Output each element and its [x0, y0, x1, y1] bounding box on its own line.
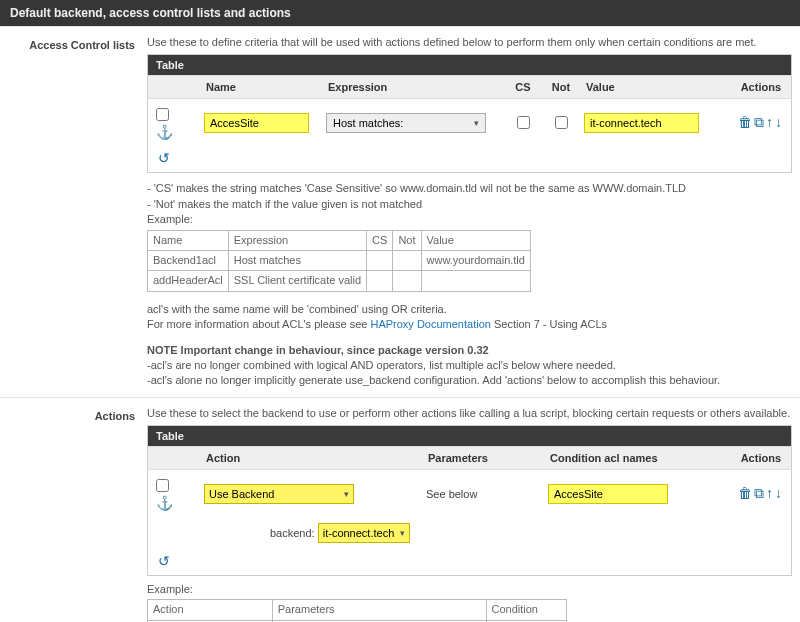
acl-not-checkbox[interactable]: [555, 116, 568, 129]
actions-label: Actions: [0, 402, 143, 422]
actions-table: Table Action Parameters Condition acl na…: [147, 425, 792, 576]
chevron-down-icon: ▾: [344, 489, 349, 499]
action-parameters: See below: [422, 470, 544, 518]
actions-th-actions: Actions: [705, 447, 792, 470]
acl-expression-value: Host matches:: [333, 117, 403, 129]
acl-cs-checkbox[interactable]: [517, 116, 530, 129]
actions-th-params: Parameters: [422, 447, 544, 470]
undo-icon[interactable]: ↺: [154, 553, 174, 569]
panel-heading: Default backend, access control lists an…: [0, 0, 800, 26]
ex-th: Parameters: [272, 600, 486, 620]
acl-note-1: -acl's are no longer combined with logic…: [147, 358, 792, 373]
action-select[interactable]: Use Backend ▾: [204, 484, 354, 504]
ex-th: Condition: [486, 600, 567, 620]
haproxy-doc-link[interactable]: HAProxy Documentation: [370, 318, 490, 330]
ex-th: Name: [148, 230, 229, 250]
acl-note-2: -acl's alone no longer implicitly genera…: [147, 373, 792, 388]
acl-table: Table Name Expression CS Not Value Actio…: [147, 54, 792, 173]
ex-th: CS: [367, 230, 393, 250]
move-down-icon[interactable]: ↓: [775, 485, 782, 501]
actions-table-title: Table: [148, 426, 792, 447]
copy-icon[interactable]: ⧉: [754, 485, 764, 501]
ex-td: Backend1acl: [148, 250, 229, 270]
acl-row-actions: 🗑⧉↑↓: [705, 99, 792, 147]
move-up-icon[interactable]: ↑: [766, 114, 773, 130]
actions-intro: Use these to select the backend to use o…: [147, 406, 792, 421]
chevron-down-icon: ▾: [400, 528, 405, 538]
actions-th-cond: Condition acl names: [544, 447, 705, 470]
actions-example-table: Action Parameters Condition Use Backend …: [147, 599, 567, 622]
acl-row-checkbox[interactable]: [156, 108, 169, 121]
ex-th: Action: [148, 600, 273, 620]
acl-table-title: Table: [148, 55, 792, 76]
acl-th-cs: CS: [504, 76, 542, 99]
ex-th: Value: [421, 230, 530, 250]
acl-example-table: Name Expression CS Not Value Backend1acl…: [147, 230, 531, 292]
acl-value-input[interactable]: [584, 113, 699, 133]
anchor-icon[interactable]: ⚓: [156, 495, 173, 511]
actions-help: Example: Action Parameters Condition Use…: [147, 582, 792, 622]
chevron-down-icon: ▾: [474, 118, 479, 128]
acl-section: Access Control lists Use these to define…: [0, 26, 800, 397]
actions-row: ⚓ Use Backend ▾ See below 🗑⧉↑↓: [148, 470, 792, 518]
acl-help-combined: acl's with the same name will be 'combin…: [147, 302, 792, 317]
acl-name-input[interactable]: [204, 113, 309, 133]
actions-section: Actions Use these to select the backend …: [0, 397, 800, 622]
ex-th: Not: [393, 230, 421, 250]
backend-select[interactable]: it-connect.tech ▾: [318, 523, 411, 543]
ex-td: SSL Client certificate valid: [228, 271, 366, 291]
delete-icon[interactable]: 🗑: [738, 485, 752, 501]
ex-td: www.yourdomain.tld: [421, 250, 530, 270]
acl-intro: Use these to define criteria that will b…: [147, 35, 792, 50]
delete-icon[interactable]: 🗑: [738, 114, 752, 130]
acl-expression-select[interactable]: Host matches: ▾: [326, 113, 486, 133]
actions-backend-row: backend: it-connect.tech ▾: [148, 517, 792, 549]
move-up-icon[interactable]: ↑: [766, 485, 773, 501]
acl-help-not: - 'Not' makes the match if the value giv…: [147, 197, 792, 212]
acl-note-heading: NOTE Important change in behaviour, sinc…: [147, 343, 792, 358]
acl-th-expr: Expression: [322, 76, 504, 99]
panel-title: Default backend, access control lists an…: [10, 6, 291, 20]
undo-icon[interactable]: ↺: [154, 150, 174, 166]
acl-example-label: Example:: [147, 212, 792, 227]
acl-help-doc: For more information about ACL's please …: [147, 317, 792, 332]
acl-th-not: Not: [542, 76, 580, 99]
acl-th-value: Value: [580, 76, 705, 99]
actions-row-actions: 🗑⧉↑↓: [705, 470, 792, 518]
actions-row-checkbox[interactable]: [156, 479, 169, 492]
ex-td: [393, 271, 421, 291]
action-value: Use Backend: [209, 488, 274, 500]
actions-example-label: Example:: [147, 582, 792, 597]
anchor-icon[interactable]: ⚓: [156, 124, 173, 140]
acl-help: - 'CS' makes the string matches 'Case Se…: [147, 181, 792, 388]
action-condition-input[interactable]: [548, 484, 668, 504]
acl-row: ⚓ Host matches: ▾ 🗑⧉↑↓: [148, 99, 792, 147]
ex-td: addHeaderAcl: [148, 271, 229, 291]
ex-th: Expression: [228, 230, 366, 250]
move-down-icon[interactable]: ↓: [775, 114, 782, 130]
ex-td: [367, 250, 393, 270]
ex-td: Host matches: [228, 250, 366, 270]
ex-td: [367, 271, 393, 291]
acl-th-actions: Actions: [705, 76, 792, 99]
actions-th-action: Action: [200, 447, 422, 470]
acl-label: Access Control lists: [0, 31, 143, 51]
backend-value: it-connect.tech: [323, 527, 395, 539]
ex-td: [421, 271, 530, 291]
acl-help-cs: - 'CS' makes the string matches 'Case Se…: [147, 181, 792, 196]
acl-th-name: Name: [200, 76, 322, 99]
copy-icon[interactable]: ⧉: [754, 114, 764, 130]
backend-label: backend:: [270, 527, 315, 539]
ex-td: [393, 250, 421, 270]
